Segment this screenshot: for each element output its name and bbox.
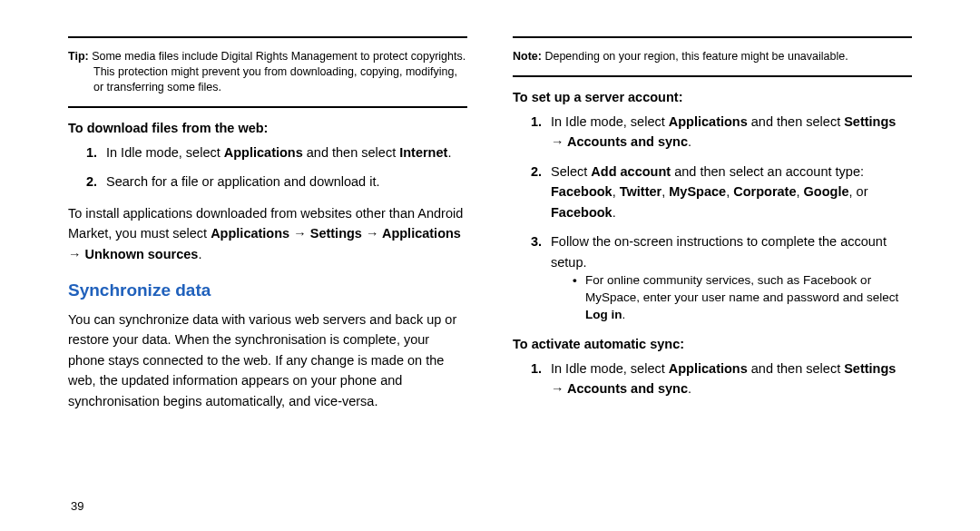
setup-bullet-login: For online community services, such as F… bbox=[569, 272, 912, 324]
download-step-1: 1. In Idle mode, select Applications and… bbox=[86, 143, 467, 162]
step-number: 2. bbox=[531, 162, 542, 182]
right-column: Note: Depending on your region, this fea… bbox=[490, 36, 926, 513]
note-text: Depending on your region, this feature m… bbox=[544, 50, 848, 63]
setup-step-3: 3. Follow the on-screen instructions to … bbox=[531, 231, 912, 324]
setup-step-2: 2. Select Add account and then select an… bbox=[531, 162, 912, 222]
autosync-step-1: 1. In Idle mode, select Applications and… bbox=[531, 359, 912, 399]
synchronize-heading: Synchronize data bbox=[68, 280, 467, 300]
page-number: 39 bbox=[71, 499, 83, 513]
step-number: 1. bbox=[86, 143, 97, 162]
tip-box: Tip: Some media files include Digital Ri… bbox=[68, 45, 467, 99]
step-number: 1. bbox=[531, 359, 542, 379]
divider bbox=[513, 75, 912, 77]
download-step-2: 2. Search for a file or application and … bbox=[86, 172, 467, 192]
step-number: 3. bbox=[531, 231, 542, 251]
left-column: Tip: Some media files include Digital Ri… bbox=[54, 36, 490, 513]
synchronize-body: You can synchronize data with various we… bbox=[68, 310, 467, 411]
divider bbox=[68, 106, 467, 108]
download-heading: To download files from the web: bbox=[68, 121, 467, 135]
autosync-heading: To activate automatic sync: bbox=[513, 337, 912, 351]
note-box: Note: Depending on your region, this fea… bbox=[513, 45, 912, 68]
step-number: 2. bbox=[86, 172, 97, 192]
divider bbox=[68, 36, 467, 38]
autosync-steps: 1. In Idle mode, select Applications and… bbox=[513, 359, 912, 399]
tip-text: Some media files include Digital Rights … bbox=[92, 50, 466, 93]
setup-heading: To set up a server account: bbox=[513, 90, 912, 104]
note-label: Note: bbox=[513, 50, 542, 63]
divider bbox=[513, 36, 912, 38]
setup-sub-bullets: For online community services, such as F… bbox=[551, 272, 912, 324]
setup-step-1: 1. In Idle mode, select Applications and… bbox=[531, 112, 912, 152]
download-steps: 1. In Idle mode, select Applications and… bbox=[68, 143, 467, 192]
setup-steps: 1. In Idle mode, select Applications and… bbox=[513, 112, 912, 324]
step-number: 1. bbox=[531, 112, 542, 132]
tip-label: Tip: bbox=[68, 50, 89, 63]
install-paragraph: To install applications downloaded from … bbox=[68, 203, 467, 264]
